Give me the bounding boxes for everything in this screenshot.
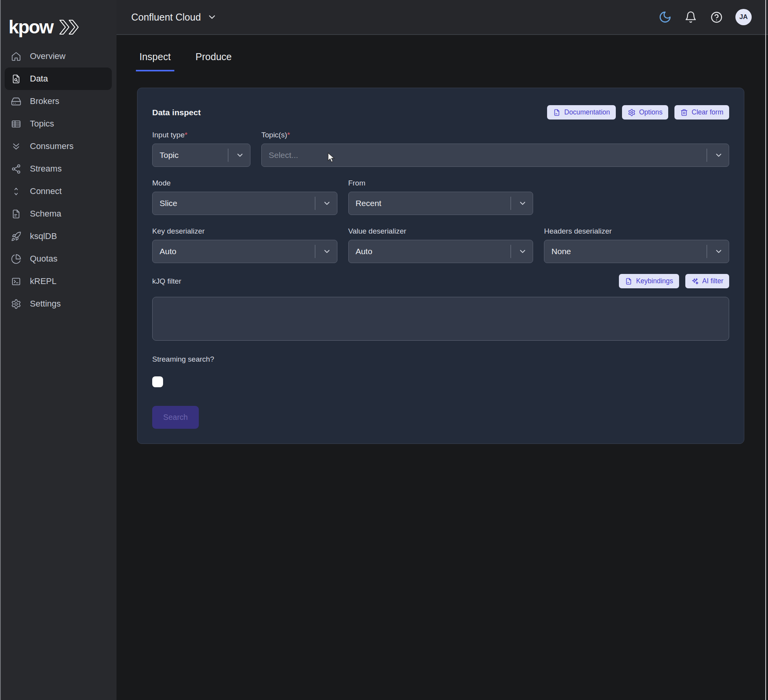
mode-select[interactable]: Slice [152,192,337,215]
from-select[interactable]: Recent [348,192,533,215]
sidebar-item-brokers[interactable]: Brokers [5,90,112,113]
help-icon[interactable] [710,10,723,24]
hard-drive-icon [11,96,21,107]
value-deserializer-select[interactable]: Auto [348,240,533,263]
rocket-icon [11,231,21,242]
topbar-actions: JA [659,9,752,25]
sidebar-item-overview[interactable]: Overview [5,45,112,68]
form-row-mode-from: Mode Slice From Recent [152,178,729,215]
topics-label: Topic(s)* [261,130,729,140]
sidebar-item-settings[interactable]: Settings [5,293,112,315]
terminal-icon [11,276,21,287]
clear-form-button[interactable]: Clear form [674,105,729,120]
value-deserializer-label: Value deserializer [348,227,533,236]
form-row-deserializers: Key deserializer Auto Value deserializer… [152,227,729,263]
sidebar-item-krepl[interactable]: kREPL [5,270,112,293]
data-inspect-panel: Data inspect Documentation Options Clear… [137,88,744,444]
sidebar-item-label: Connect [30,186,62,196]
share-network-icon [11,164,21,174]
from-field: From Recent [348,178,533,215]
streaming-search-checkbox[interactable] [152,376,163,387]
sidebar: kpow Overview Data Brokers [0,0,116,700]
sidebar-item-label: Schema [30,209,61,219]
tab-produce[interactable]: Produce [192,51,235,71]
headers-deserializer-label: Headers deserializer [544,227,729,236]
select-divider [315,245,315,258]
ai-filter-button[interactable]: AI filter [685,274,729,288]
sidebar-item-label: Consumers [30,141,73,151]
sparkles-icon [691,277,699,285]
from-value: Recent [356,199,382,208]
sidebar-item-label: Brokers [30,96,59,106]
kjq-filter-header: kJQ filter Keybindings AI filter [152,274,729,288]
required-marker: * [287,131,290,139]
headers-deserializer-field: Headers deserializer None [544,227,729,263]
sidebar-item-connect[interactable]: Connect [5,180,112,203]
key-deserializer-field: Key deserializer Auto [152,227,337,263]
sidebar-item-streams[interactable]: Streams [5,158,112,180]
select-divider [315,197,315,210]
documentation-button[interactable]: Documentation [547,105,616,120]
sidebar-item-label: Settings [30,299,61,309]
search-button[interactable]: Search [152,406,199,429]
key-deserializer-value: Auto [160,247,176,256]
value-deserializer-value: Auto [356,247,372,256]
sidebar-item-label: Data [30,74,48,84]
key-deserializer-label: Key deserializer [152,227,337,236]
tab-inspect[interactable]: Inspect [136,51,174,71]
options-button[interactable]: Options [622,105,668,120]
kpow-logo-text: kpow [9,18,53,36]
from-label: From [348,178,533,188]
sidebar-item-topics[interactable]: Topics [5,113,112,135]
trash-icon [680,109,688,116]
table-icon [11,119,21,129]
select-divider [511,245,511,258]
avatar[interactable]: JA [735,9,752,25]
select-divider [511,197,511,210]
key-deserializer-select[interactable]: Auto [152,240,337,263]
kjq-filter-textarea[interactable] [152,297,729,341]
streaming-search-label: Streaming search? [152,355,729,364]
sidebar-item-label: Overview [30,51,66,61]
sidebar-nav: Overview Data Brokers Topics Consumers [0,43,116,315]
topics-select[interactable]: Select... [261,144,729,167]
select-divider [228,149,228,162]
sidebar-item-label: Quotas [30,254,57,264]
chevron-down-icon [207,12,217,22]
kjq-actions: Keybindings AI filter [619,274,729,288]
home-icon [11,51,21,62]
bell-icon[interactable] [684,10,697,24]
headers-deserializer-value: None [551,247,571,256]
input-type-field: Input type* Topic [152,130,250,167]
cluster-selector-label: Confluent Cloud [131,12,201,23]
kpow-chevrons-icon [59,18,86,36]
value-deserializer-field: Value deserializer Auto [348,227,533,263]
required-marker: * [184,131,187,139]
chevron-down-icon [714,151,723,159]
gear-icon [11,299,21,309]
sidebar-item-schema[interactable]: Schema [5,203,112,225]
document-icon [625,277,632,285]
topics-field: Topic(s)* Select... [261,130,729,167]
pie-chart-icon [11,254,21,264]
sidebar-item-data[interactable]: Data [5,68,112,90]
headers-deserializer-select[interactable]: None [544,240,729,263]
input-type-select[interactable]: Topic [152,144,250,167]
sidebar-item-label: Streams [30,164,62,174]
mode-label: Mode [152,178,337,188]
chevron-down-icon [323,199,331,208]
select-divider [707,245,707,258]
chevron-down-icon [323,247,331,256]
sidebar-item-quotas[interactable]: Quotas [5,248,112,270]
kpow-logo[interactable]: kpow [0,0,116,43]
chevron-down-icon [518,247,527,256]
gear-icon [628,109,636,116]
sidebar-item-label: ksqlDB [30,231,57,241]
moon-icon[interactable] [659,10,672,24]
sidebar-item-consumers[interactable]: Consumers [5,135,112,158]
chevrons-down-icon [11,141,21,152]
keybindings-button[interactable]: Keybindings [619,274,679,288]
cluster-selector[interactable]: Confluent Cloud [131,12,217,23]
sidebar-item-ksqldb[interactable]: ksqlDB [5,225,112,248]
sidebar-item-label: kREPL [30,276,56,286]
